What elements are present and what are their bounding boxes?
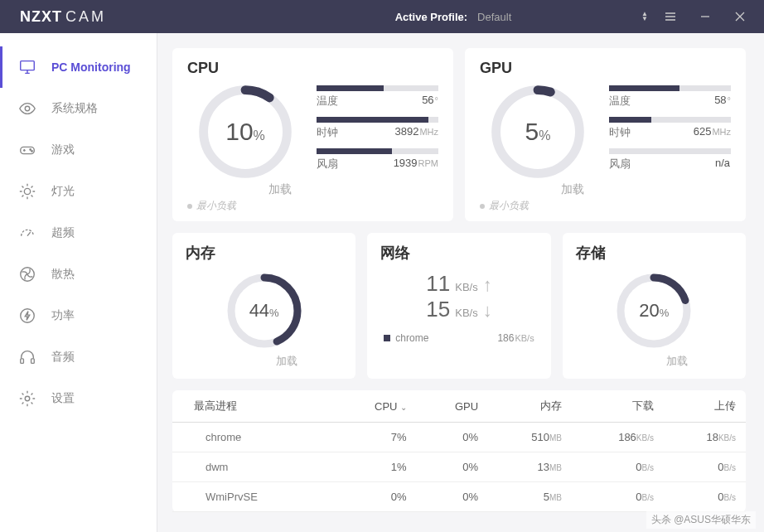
stat-row: 时钟625MHz	[609, 117, 731, 140]
eye-icon	[18, 99, 36, 118]
svg-point-3	[30, 149, 31, 150]
sidebar-item-monitoring[interactable]: PC Monitoring	[0, 46, 157, 88]
sidebar-item-games[interactable]: 游戏	[0, 129, 157, 171]
sidebar-item-label: 灯光	[51, 184, 75, 199]
close-button[interactable]	[723, 0, 757, 33]
svg-point-1	[25, 106, 30, 111]
fan-icon	[18, 265, 36, 283]
gpu-card[interactable]: GPU 5% 加载 最小负载 温度58° 时钟625MHz 风扇n/a	[465, 48, 746, 221]
bolt-icon	[18, 307, 36, 325]
table-row[interactable]: chrome7%0% 510MB 186KB/s 18KB/s	[172, 423, 746, 452]
sidebar-item-overclock[interactable]: 超频	[0, 212, 157, 254]
cpu-stats: 温度56° 时钟3892MHz 风扇1939RPM	[317, 82, 438, 213]
sidebar-item-label: 功率	[51, 308, 75, 323]
table-row[interactable]: WmiPrvSE0%0% 5MB 0B/s 0B/s	[172, 482, 746, 512]
sidebar-item-audio[interactable]: 音频	[0, 336, 157, 378]
table-header[interactable]: CPU⌄	[331, 390, 417, 423]
table-header[interactable]: GPU	[417, 390, 489, 423]
stat-row: 温度56°	[317, 85, 438, 109]
gauge-icon	[18, 224, 36, 242]
cpu-gauge: 10%	[196, 82, 295, 181]
chevron-down-icon: ⌄	[400, 403, 407, 412]
brand-thin: CAM	[65, 8, 106, 26]
stat-row: 风扇1939RPM	[317, 148, 438, 172]
active-profile[interactable]: Active Profile: Default ▲▼	[395, 11, 653, 23]
sidebar-item-label: PC Monitoring	[51, 60, 131, 74]
table-row[interactable]: dwm1%0% 13MB 0B/s 0B/s	[172, 452, 746, 482]
cpu-card[interactable]: CPU 10% 加载 最小负载 温度56° 时钟3892MHz 风扇1939RP…	[172, 48, 453, 221]
svg-point-4	[31, 151, 32, 152]
minimize-button[interactable]	[688, 0, 723, 33]
profile-label: Active Profile:	[395, 11, 467, 23]
gpu-title: GPU	[480, 60, 731, 77]
svg-point-10	[25, 396, 30, 401]
dot-icon	[480, 204, 485, 209]
profile-value: Default	[477, 11, 626, 23]
memory-card[interactable]: 内存 44% 加载	[172, 233, 355, 379]
table-header[interactable]: 最高进程	[172, 390, 331, 423]
stat-row: 时钟3892MHz	[317, 117, 438, 140]
sidebar-item-label: 游戏	[51, 143, 75, 157]
sidebar-item-label: 设置	[51, 391, 75, 406]
storage-card[interactable]: 存储 20% 加载	[563, 233, 746, 379]
window-controls	[653, 0, 757, 33]
gpu-stats: 温度58° 时钟625MHz 风扇n/a	[609, 82, 731, 213]
gear-icon	[18, 389, 36, 408]
svg-rect-8	[21, 359, 24, 364]
menu-button[interactable]	[653, 0, 688, 33]
profile-updown-icon[interactable]: ▲▼	[636, 12, 653, 22]
square-icon	[384, 335, 390, 341]
sidebar-item-label: 超频	[51, 225, 75, 240]
svg-point-5	[24, 188, 30, 194]
titlebar: NZXT CAM Active Profile: Default ▲▼	[0, 0, 764, 33]
monitor-icon	[18, 58, 36, 76]
svg-rect-9	[31, 359, 35, 364]
sidebar-item-specs[interactable]: 系统规格	[0, 88, 157, 129]
gamepad-icon	[18, 141, 36, 159]
svg-rect-0	[21, 61, 35, 70]
sidebar-item-cooling[interactable]: 散热	[0, 254, 157, 295]
main-content: CPU 10% 加载 最小负载 温度56° 时钟3892MHz 风扇1939RP…	[157, 33, 764, 532]
headset-icon	[18, 348, 36, 366]
stat-row: 温度58°	[609, 85, 731, 109]
table-header[interactable]: 内存	[488, 390, 572, 423]
brand-bold: NZXT	[20, 8, 62, 26]
storage-gauge: 20%	[612, 269, 695, 352]
sidebar-item-label: 音频	[51, 350, 75, 365]
process-table: 最高进程CPU⌄GPU内存下载上传 chrome7%0% 510MB 186KB…	[172, 390, 746, 512]
dot-icon	[187, 204, 192, 209]
svg-point-7	[21, 309, 35, 323]
sun-icon	[18, 182, 36, 201]
sidebar-item-label: 系统规格	[51, 101, 98, 116]
memory-gauge: 44%	[223, 269, 306, 352]
cpu-title: CPU	[187, 60, 438, 77]
stat-row: 风扇n/a	[609, 148, 731, 172]
sidebar: PC Monitoring 系统规格 游戏 灯光 超频 散热 功率 音频	[0, 33, 157, 532]
network-card[interactable]: 网络 11KB/s↑ 15KB/s↓ chrome186KB/s	[367, 233, 550, 379]
gpu-gauge: 5%	[488, 82, 588, 181]
sidebar-item-lighting[interactable]: 灯光	[0, 171, 157, 212]
table-header[interactable]: 下载	[572, 390, 664, 423]
arrow-down-icon: ↓	[483, 300, 492, 322]
sidebar-item-label: 散热	[51, 267, 75, 282]
sidebar-item-settings[interactable]: 设置	[0, 378, 157, 419]
arrow-up-icon: ↑	[483, 274, 492, 296]
watermark: 头杀 @ASUS华硕华东	[646, 511, 756, 529]
sidebar-item-power[interactable]: 功率	[0, 295, 157, 336]
app-brand: NZXT CAM	[20, 8, 106, 26]
process-table-card: 最高进程CPU⌄GPU内存下载上传 chrome7%0% 510MB 186KB…	[172, 390, 746, 512]
table-header[interactable]: 上传	[664, 390, 746, 423]
